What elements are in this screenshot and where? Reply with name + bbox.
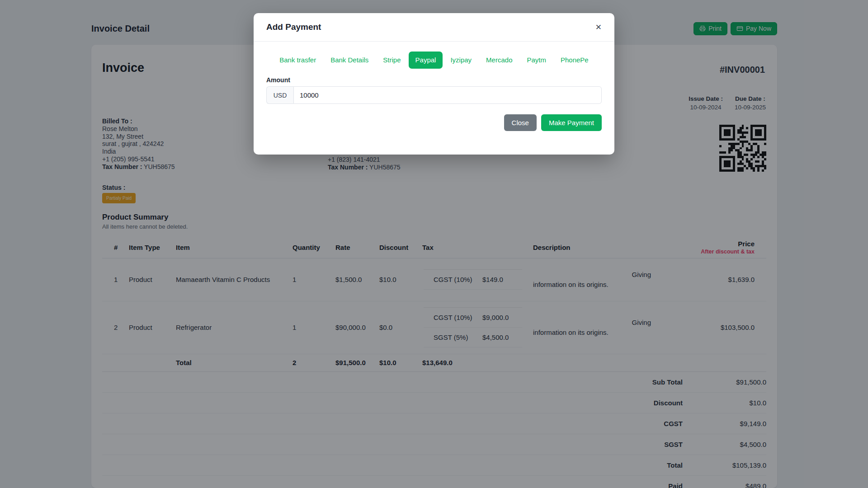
tab-bank-details[interactable]: Bank Details <box>324 52 375 69</box>
close-button[interactable]: Close <box>504 114 537 131</box>
amount-input[interactable] <box>293 86 602 104</box>
amount-label: Amount <box>266 76 602 84</box>
tab-iyzipay[interactable]: Iyzipay <box>443 52 478 69</box>
amount-input-group: USD <box>266 86 602 104</box>
close-icon[interactable]: ✕ <box>595 23 602 31</box>
tab-mercado[interactable]: Mercado <box>479 52 519 69</box>
currency-addon: USD <box>266 86 293 104</box>
tab-bank-transfer[interactable]: Bank trasfer <box>273 52 323 69</box>
tab-phonepe[interactable]: PhonePe <box>554 52 595 69</box>
modal-title: Add Payment <box>266 22 321 32</box>
tab-paypal[interactable]: Paypal <box>409 52 443 69</box>
tab-stripe[interactable]: Stripe <box>376 52 407 69</box>
modal-footer: Close Make Payment <box>266 114 602 155</box>
tab-paytm[interactable]: Paytm <box>520 52 553 69</box>
make-payment-button[interactable]: Make Payment <box>541 114 602 131</box>
payment-method-tabs: Bank trasfer Bank Details Stripe Paypal … <box>254 52 614 69</box>
add-payment-modal: Add Payment ✕ Bank trasfer Bank Details … <box>254 13 614 155</box>
modal-header: Add Payment ✕ <box>254 13 614 42</box>
